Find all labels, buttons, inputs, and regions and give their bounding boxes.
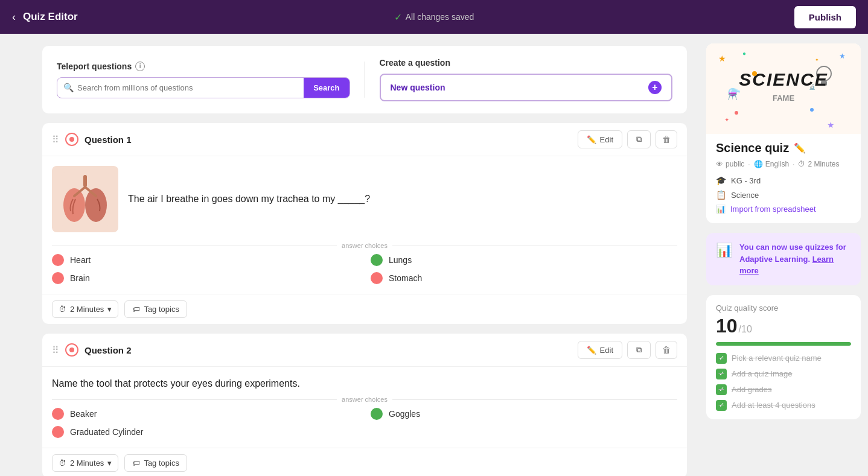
quality-label: Quiz quality score (716, 303, 851, 313)
quiz-details: 🎓 KG - 3rd 📋 Science 📊 Import from sprea… (716, 176, 851, 214)
question-type-icon (65, 133, 78, 146)
grade-text: KG - 3rd (731, 176, 761, 185)
svg-text:★: ★ (839, 52, 846, 60)
choice-heart: Heart (52, 254, 359, 266)
pencil-icon: ✏️ (587, 346, 596, 355)
quality-bar (716, 342, 851, 346)
question-2-header: ⠿ Question 2 ✏️ Edit ⧉ 🗑 (42, 334, 687, 367)
drag-handle-icon[interactable]: ⠿ (52, 134, 59, 145)
check-icon-4: ✓ (716, 400, 727, 411)
duplicate-button-q2[interactable]: ⧉ (627, 341, 651, 359)
left-sidebar (0, 34, 36, 476)
search-button[interactable]: Search (304, 78, 349, 98)
book-icon: 📋 (716, 190, 726, 200)
svg-point-3 (85, 188, 107, 222)
adaptive-banner: 📊 You can now use quizzes for Adaptive L… (706, 233, 861, 285)
trash-icon: 🗑 (662, 345, 671, 355)
svg-text:●: ● (742, 50, 746, 57)
eye-icon: 👁 (716, 160, 723, 168)
question-1-footer: ⏱ 2 Minutes ▾ 🏷 Tag topics (42, 294, 687, 324)
question-1-header: ⠿ Question 1 ✏️ Edit ⧉ 🗑 (42, 123, 687, 156)
answer-choices-label-2: answer choices (52, 396, 677, 403)
choice-dot-red (52, 272, 64, 284)
quality-score-value: 10 (716, 315, 738, 337)
main-layout: Teleport questions i 🔍 Search Create a q… (0, 34, 868, 476)
teleport-label: Teleport questions i (57, 62, 350, 71)
choice-dot-green (371, 408, 383, 420)
choice-label: Brain (70, 273, 90, 283)
question-2-title: Question 2 (85, 345, 578, 355)
type-dot (69, 137, 74, 142)
create-label: Create a question (380, 58, 673, 68)
question-card-2: ⠿ Question 2 ✏️ Edit ⧉ 🗑 (42, 334, 687, 476)
quality-item-label: Add at least 4 questions (732, 401, 815, 410)
tag-topics-button-q2[interactable]: 🏷 Tag topics (124, 454, 187, 472)
time-select-q2[interactable]: ⏱ 2 Minutes ▾ (52, 454, 118, 472)
delete-button-q1[interactable]: 🗑 (656, 130, 677, 148)
quality-item-1: ✓ Pick a relevant quiz name (716, 353, 851, 364)
spreadsheet-row[interactable]: 📊 Import from spreadsheet (716, 205, 851, 214)
choice-label: Graduated Cylinder (70, 427, 143, 437)
subject-text: Science (731, 191, 759, 200)
trash-icon: 🗑 (662, 135, 671, 144)
svg-point-19 (735, 111, 738, 115)
choice-dot-green (371, 254, 383, 266)
teleport-section: Teleport questions i 🔍 Search (57, 62, 350, 98)
edit-button-q1[interactable]: ✏️ Edit (578, 130, 622, 148)
quiz-name: Science quiz (716, 141, 789, 155)
quiz-info-card: ★ ★ ✦ ★ ● ✦ 🔬 ⚗️ SCIENCE FAME (706, 43, 861, 223)
svg-text:SCIENCE: SCIENCE (739, 69, 828, 89)
quality-item-3: ✓ Add grades (716, 384, 851, 395)
plus-icon: + (648, 81, 662, 94)
back-button[interactable]: ‹ (12, 11, 16, 24)
clock-icon: ⏱ (59, 305, 66, 314)
svg-text:★: ★ (718, 54, 726, 63)
edit-button-q2[interactable]: ✏️ Edit (578, 341, 622, 359)
meta-duration: ⏱ 2 Minutes (798, 160, 839, 168)
quiz-meta: 👁 public · 🌐 English · ⏱ 2 Minutes (716, 160, 851, 168)
chevron-down-icon: ▾ (107, 459, 112, 468)
choice-dot-red (371, 272, 383, 284)
chart-icon: 📊 (716, 243, 732, 258)
search-icon: 🔍 (63, 83, 74, 92)
question-2-footer: ⏱ 2 Minutes ▾ 🏷 Tag topics (42, 448, 687, 476)
svg-point-17 (752, 71, 757, 76)
svg-text:★: ★ (827, 120, 835, 130)
publish-button[interactable]: Publish (794, 6, 856, 28)
divider (365, 62, 365, 98)
info-icon[interactable]: i (135, 62, 145, 71)
svg-text:⚗️: ⚗️ (727, 87, 741, 101)
drag-handle-icon[interactable]: ⠿ (52, 344, 59, 356)
check-icon-1: ✓ (716, 353, 727, 364)
spreadsheet-text: Import from spreadsheet (730, 205, 816, 214)
copy-icon: ⧉ (636, 345, 642, 355)
question-2-text: Name the tool that protects your eyes du… (42, 367, 687, 396)
quality-item-2: ✓ Add a quiz image (716, 369, 851, 379)
choice-dot-red (52, 254, 64, 266)
choice-label: Beaker (70, 409, 97, 419)
question-2-actions: ✏️ Edit ⧉ 🗑 (578, 341, 677, 359)
duplicate-button-q1[interactable]: ⧉ (627, 130, 651, 148)
subject-row: 📋 Science (716, 190, 851, 200)
create-section: Create a question New question + (380, 58, 673, 101)
save-status-text: All changes saved (406, 12, 474, 22)
answer-choices-label-1: answer choices (52, 242, 677, 249)
svg-point-18 (810, 108, 814, 112)
choice-label: Stomach (389, 273, 422, 283)
tag-topics-button-q1[interactable]: 🏷 Tag topics (124, 300, 187, 318)
check-icon-2: ✓ (716, 369, 727, 379)
svg-point-2 (63, 188, 85, 222)
delete-button-q2[interactable]: 🗑 (656, 341, 677, 359)
search-input[interactable] (77, 83, 298, 92)
choices-grid-2: Beaker Goggles Graduated Cylinder (42, 408, 687, 448)
question-1-title: Question 1 (85, 135, 578, 145)
choice-label: Heart (70, 255, 91, 265)
edit-quiz-name-icon[interactable]: ✏️ (794, 142, 806, 154)
graduation-icon: 🎓 (716, 176, 726, 185)
check-icon-3: ✓ (716, 384, 727, 395)
search-row: 🔍 Search (57, 77, 350, 98)
spreadsheet-icon: 📊 (716, 205, 726, 214)
new-question-button[interactable]: New question + (380, 74, 673, 101)
time-select-q1[interactable]: ⏱ 2 Minutes ▾ (52, 300, 118, 318)
choice-dot-red (52, 426, 64, 438)
